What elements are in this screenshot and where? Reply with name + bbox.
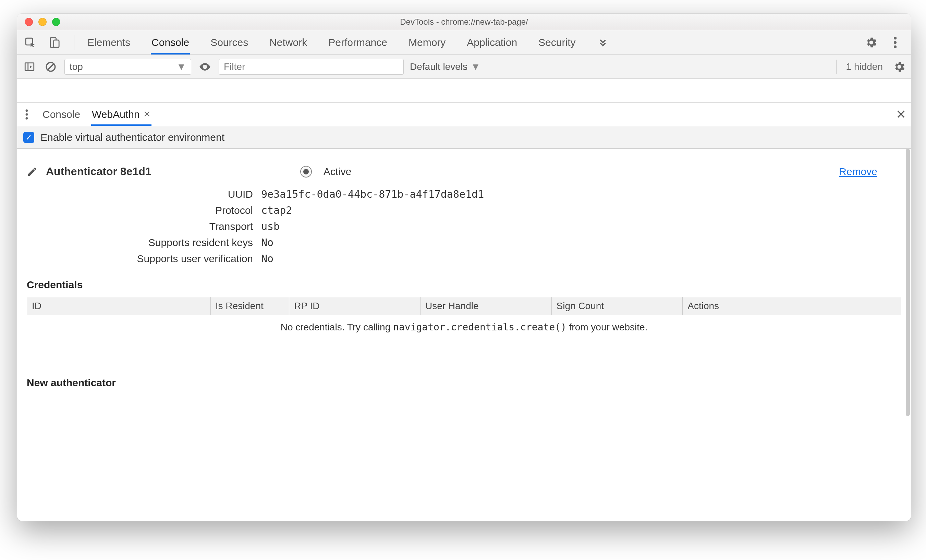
svg-point-11 (26, 109, 28, 112)
suv-value: No (261, 253, 274, 265)
uuid-value: 9e3a15fc-0da0-44bc-871b-a4f17da8e1d1 (261, 188, 484, 200)
col-id: ID (27, 297, 211, 315)
enable-virtual-auth-checkbox[interactable]: ✓ (23, 132, 34, 143)
close-tab-icon[interactable]: ✕ (143, 109, 151, 120)
svg-point-5 (894, 45, 897, 48)
kebab-menu-icon[interactable] (888, 36, 902, 49)
chevron-down-icon: ▼ (471, 61, 481, 72)
log-levels-select[interactable]: Default levels ▼ (410, 61, 481, 72)
active-radio[interactable] (300, 166, 312, 177)
chevron-down-icon: ▼ (177, 61, 186, 72)
tab-console[interactable]: Console (151, 30, 190, 54)
console-settings-gear-icon[interactable] (893, 60, 906, 74)
authenticator-title: Authenticator 8e1d1 (46, 165, 151, 178)
svg-marker-8 (30, 65, 32, 68)
transport-value: usb (261, 220, 280, 232)
uuid-label: UUID (27, 189, 253, 200)
col-rpid: RP ID (289, 297, 421, 315)
svg-rect-6 (25, 63, 34, 71)
device-toolbar-icon[interactable] (47, 35, 62, 50)
new-authenticator-heading: New authenticator (17, 339, 911, 395)
tab-network[interactable]: Network (269, 30, 308, 54)
devtools-window: DevTools - chrome://new-tab-page/ Elemen… (17, 14, 911, 521)
drawer-tab-webauthn[interactable]: WebAuthn ✕ (91, 103, 151, 126)
hidden-count[interactable]: 1 hidden (846, 61, 883, 72)
console-toolbar: top ▼ Default levels ▼ 1 hidden (17, 55, 911, 79)
main-tabstrip: Elements Console Sources Network Perform… (17, 30, 911, 55)
tab-elements[interactable]: Elements (87, 30, 131, 54)
titlebar: DevTools - chrome://new-tab-page/ (17, 14, 911, 30)
active-label: Active (324, 166, 352, 177)
credentials-empty-row: No credentials. Try calling navigator.cr… (27, 315, 901, 339)
divider (74, 35, 74, 50)
close-drawer-icon[interactable]: ✕ (896, 107, 906, 122)
window-title: DevTools - chrome://new-tab-page/ (17, 17, 911, 27)
drawer-tabstrip: Console WebAuthn ✕ ✕ (17, 103, 911, 126)
settings-gear-icon[interactable] (864, 36, 878, 49)
filter-input[interactable] (219, 59, 404, 75)
credentials-table: ID Is Resident RP ID User Handle Sign Co… (27, 297, 901, 339)
transport-label: Transport (27, 221, 253, 232)
drawer-tab-console[interactable]: Console (42, 103, 81, 126)
live-expression-eye-icon[interactable] (197, 59, 212, 74)
tab-application[interactable]: Application (466, 30, 518, 54)
empty-post: from your website. (566, 322, 648, 333)
tab-sources[interactable]: Sources (210, 30, 249, 54)
main-tabs: Elements Console Sources Network Perform… (87, 30, 864, 54)
credentials-heading: Credentials (17, 266, 911, 297)
enable-bar: ✓ Enable virtual authenticator environme… (17, 126, 911, 149)
svg-point-13 (26, 117, 28, 119)
svg-line-10 (48, 64, 54, 70)
levels-label: Default levels (410, 61, 468, 72)
col-actions: Actions (683, 297, 901, 315)
console-messages-area (17, 79, 911, 103)
drawer-tab-label: WebAuthn (92, 109, 140, 120)
empty-pre: No credentials. Try calling (281, 322, 393, 333)
tab-security[interactable]: Security (538, 30, 576, 54)
close-window-button[interactable] (25, 18, 33, 26)
more-tabs-icon[interactable] (596, 36, 610, 49)
svg-rect-2 (54, 40, 59, 47)
minimize-window-button[interactable] (38, 18, 47, 26)
execution-context-select[interactable]: top ▼ (64, 59, 191, 75)
authenticator-header: Authenticator 8e1d1 Active Remove (17, 149, 911, 186)
svg-point-3 (894, 37, 897, 39)
enable-label: Enable virtual authenticator environment (41, 132, 224, 143)
srk-value: No (261, 236, 274, 248)
svg-point-4 (894, 41, 897, 44)
empty-code: navigator.credentials.create() (393, 321, 566, 333)
tab-performance[interactable]: Performance (328, 30, 388, 54)
edit-pencil-icon[interactable] (27, 166, 38, 177)
zoom-window-button[interactable] (52, 18, 60, 26)
col-signcount: Sign Count (551, 297, 683, 315)
tab-memory[interactable]: Memory (408, 30, 446, 54)
context-value: top (70, 61, 83, 72)
clear-console-icon[interactable] (43, 59, 58, 74)
col-isresident: Is Resident (210, 297, 289, 315)
window-controls (25, 18, 60, 26)
drawer-kebab-icon[interactable] (22, 107, 32, 121)
protocol-label: Protocol (27, 204, 253, 216)
inspect-element-icon[interactable] (23, 35, 38, 50)
sidebar-toggle-icon[interactable] (22, 59, 37, 74)
scrollbar[interactable] (905, 149, 911, 450)
svg-point-12 (26, 113, 28, 115)
protocol-value: ctap2 (261, 204, 292, 216)
col-userhandle: User Handle (420, 297, 551, 315)
divider (836, 60, 837, 74)
remove-link[interactable]: Remove (839, 166, 878, 177)
suv-label: Supports user verification (27, 253, 253, 265)
webauthn-panel: Authenticator 8e1d1 Active Remove UUID9e… (17, 149, 911, 521)
srk-label: Supports resident keys (27, 237, 253, 248)
